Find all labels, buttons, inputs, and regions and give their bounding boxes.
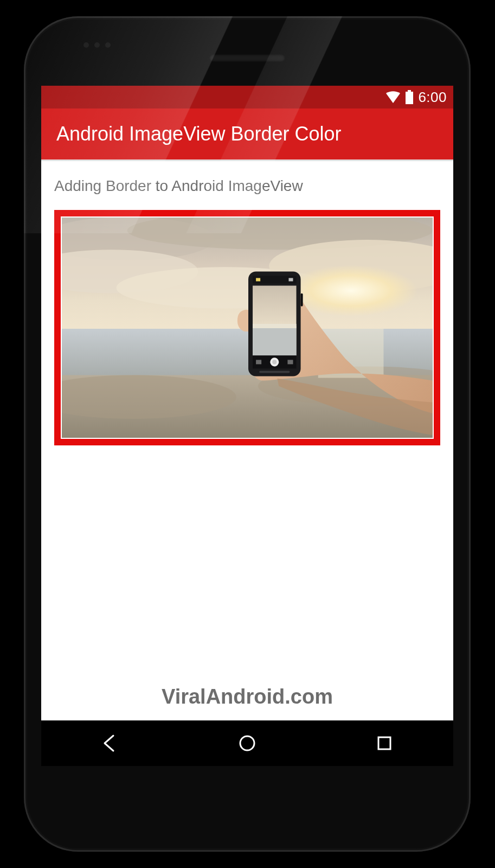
- sample-image: [62, 218, 433, 438]
- battery-full-icon: [405, 90, 414, 104]
- action-bar: Android ImageView Border Color: [41, 108, 453, 159]
- status-bar: 6:00: [41, 86, 453, 108]
- svg-rect-0: [408, 90, 411, 92]
- svg-rect-22: [287, 360, 293, 364]
- app-title: Android ImageView Border Color: [56, 123, 342, 145]
- navigation-bar: [41, 720, 453, 766]
- nav-recent-button[interactable]: [374, 732, 395, 754]
- nav-back-button[interactable]: [99, 732, 121, 754]
- content-area: Adding Border to Android ImageView: [41, 159, 453, 720]
- svg-rect-16: [253, 326, 296, 355]
- svg-point-28: [240, 736, 254, 750]
- earpiece: [209, 54, 285, 62]
- footer-brand-label: ViralAndroid.com: [41, 685, 453, 709]
- status-bar-clock: 6:00: [418, 89, 447, 106]
- svg-point-20: [272, 360, 277, 364]
- svg-rect-24: [256, 278, 260, 281]
- svg-rect-27: [301, 293, 303, 307]
- svg-rect-17: [253, 324, 296, 328]
- wifi-icon: [385, 91, 401, 103]
- sensor-dots: [83, 40, 116, 50]
- phone-device-frame: 6:00 Android ImageView Border Color Addi…: [24, 16, 471, 852]
- page-subtitle: Adding Border to Android ImageView: [54, 177, 440, 195]
- nav-home-button[interactable]: [236, 732, 258, 754]
- svg-rect-25: [288, 278, 293, 281]
- svg-rect-26: [259, 371, 290, 373]
- svg-rect-1: [406, 92, 413, 104]
- screen: 6:00 Android ImageView Border Color Addi…: [41, 86, 453, 766]
- svg-rect-21: [256, 360, 261, 364]
- bordered-image-view: [54, 210, 440, 445]
- svg-rect-29: [378, 737, 390, 749]
